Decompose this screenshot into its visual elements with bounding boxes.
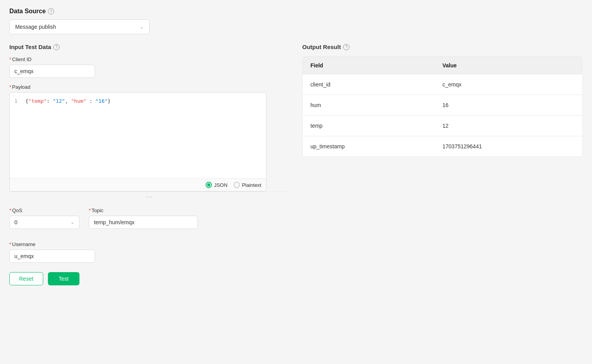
code-line-1: 1 {"temp": "12", "hum" : "16"} bbox=[10, 97, 266, 106]
table-row: temp 12 bbox=[303, 116, 582, 136]
line-number: 1 bbox=[14, 97, 25, 106]
input-test-data-label: Input Test Data bbox=[9, 44, 51, 50]
qos-select[interactable]: 0 ⌄ bbox=[9, 216, 79, 229]
json-radio[interactable]: JSON bbox=[206, 182, 227, 188]
qos-topic-row: * QoS 0 ⌄ * Topic bbox=[9, 207, 290, 235]
value-cell: c_emqx bbox=[442, 81, 574, 88]
payload-group: * Payload 1 {"temp": "12", "hum" : "16"} bbox=[9, 84, 290, 201]
username-group: * Username bbox=[9, 241, 290, 263]
topic-group: * Topic bbox=[89, 207, 198, 229]
table-row: hum 16 bbox=[303, 95, 582, 116]
payload-label: * Payload bbox=[9, 84, 290, 90]
json-radio-dot bbox=[206, 182, 212, 188]
open-brace: { bbox=[25, 98, 28, 104]
output-result-help-icon[interactable]: ? bbox=[343, 44, 349, 50]
plaintext-radio-dot bbox=[234, 182, 240, 188]
collapse-dots-icon: ··· bbox=[146, 193, 153, 200]
reset-button[interactable]: Reset bbox=[9, 272, 43, 285]
main-content: Input Test Data ? * Client ID * Payload … bbox=[9, 44, 583, 285]
code-content: {"temp": "12", "hum" : "16"} bbox=[25, 97, 111, 106]
data-source-help-icon[interactable]: ? bbox=[48, 8, 54, 14]
value-cell: 12 bbox=[442, 123, 574, 129]
payload-collapse-bar[interactable]: ··· bbox=[9, 192, 290, 201]
data-source-title: Data Source ? bbox=[9, 8, 583, 15]
output-result-section: Output Result ? Field Value client_id c_… bbox=[302, 44, 583, 157]
username-required-star: * bbox=[9, 241, 11, 247]
client-id-group: * Client ID bbox=[9, 56, 290, 78]
qos-required-star: * bbox=[9, 207, 11, 213]
plaintext-label: Plaintext bbox=[242, 182, 261, 188]
data-source-label: Data Source bbox=[9, 8, 46, 15]
plaintext-radio[interactable]: Plaintext bbox=[234, 182, 261, 188]
field-cell: temp bbox=[310, 123, 442, 129]
data-source-section: Data Source ? Message publish ⌄ bbox=[9, 8, 583, 34]
payload-editor: 1 {"temp": "12", "hum" : "16"} JSON Plai… bbox=[9, 92, 266, 192]
topic-input[interactable] bbox=[89, 216, 198, 229]
qos-value: 0 bbox=[14, 219, 18, 225]
qos-label: * QoS bbox=[9, 207, 79, 213]
qos-chevron-down-icon: ⌄ bbox=[70, 220, 74, 225]
button-row: Reset Test bbox=[9, 272, 290, 285]
username-label: * Username bbox=[9, 241, 290, 247]
qos-group: * QoS 0 ⌄ bbox=[9, 207, 79, 229]
client-id-required-star: * bbox=[9, 56, 11, 62]
input-test-data-help-icon[interactable]: ? bbox=[53, 44, 60, 50]
data-source-dropdown[interactable]: Message publish ⌄ bbox=[9, 19, 150, 34]
table-row: up_timestamp 1703751296441 bbox=[303, 136, 582, 157]
test-button[interactable]: Test bbox=[48, 272, 80, 285]
field-cell: hum bbox=[310, 102, 442, 108]
data-source-selected-value: Message publish bbox=[15, 24, 56, 30]
topic-required-star: * bbox=[89, 207, 91, 213]
table-row: client_id c_emqx bbox=[303, 74, 582, 95]
column-field-header: Field bbox=[310, 62, 442, 69]
value-cell: 16 bbox=[442, 102, 574, 108]
payload-required-star: * bbox=[9, 84, 11, 90]
field-cell: client_id bbox=[310, 81, 442, 88]
payload-toolbar: JSON Plaintext bbox=[10, 178, 266, 191]
input-test-data-title: Input Test Data ? bbox=[9, 44, 290, 50]
output-result-title: Output Result ? bbox=[302, 44, 583, 50]
client-id-input[interactable] bbox=[9, 65, 95, 78]
input-test-data-section: Input Test Data ? * Client ID * Payload … bbox=[9, 44, 290, 285]
output-result-label: Output Result bbox=[302, 44, 341, 50]
field-cell: up_timestamp bbox=[310, 143, 442, 149]
topic-label: * Topic bbox=[89, 207, 198, 213]
column-value-header: Value bbox=[442, 62, 574, 69]
json-label: JSON bbox=[214, 182, 227, 188]
payload-editor-content[interactable]: 1 {"temp": "12", "hum" : "16"} bbox=[10, 93, 266, 178]
username-input[interactable] bbox=[9, 250, 95, 263]
output-table: Field Value client_id c_emqx hum 16 temp… bbox=[302, 56, 583, 157]
value-cell: 1703751296441 bbox=[442, 143, 574, 149]
output-table-header: Field Value bbox=[303, 57, 582, 74]
chevron-down-icon: ⌄ bbox=[140, 24, 144, 30]
client-id-label: * Client ID bbox=[9, 56, 290, 62]
output-table-body: client_id c_emqx hum 16 temp 12 up_times… bbox=[303, 74, 582, 157]
